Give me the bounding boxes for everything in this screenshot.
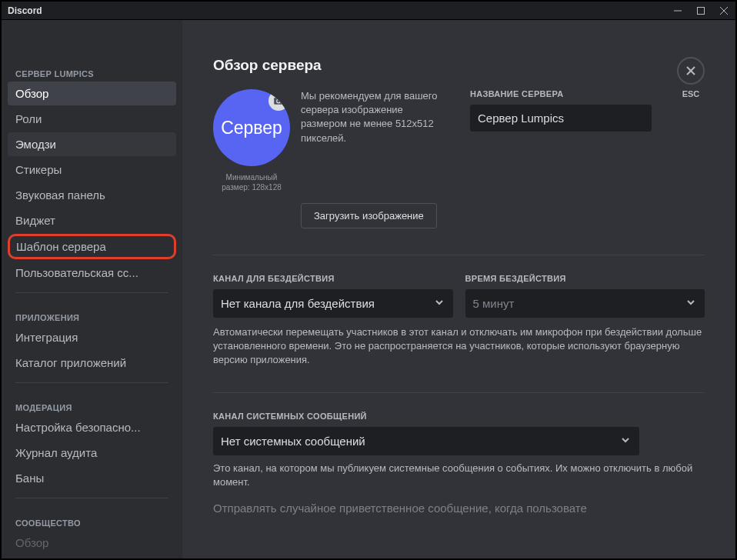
- page-title: Обзор сервера: [213, 57, 705, 74]
- afk-help-text: Автоматически перемещать участников в эт…: [213, 325, 705, 368]
- welcome-message-toggle-label: Отправлять случайное приветственное сооб…: [213, 502, 705, 515]
- server-name-input[interactable]: [470, 105, 652, 132]
- sidebar-item-soundboard[interactable]: Звуковая панель: [8, 183, 176, 207]
- chevron-down-icon: [685, 296, 697, 311]
- sidebar-item-integrations[interactable]: Интеграция: [8, 325, 176, 349]
- afk-channel-label: КАНАЛ ДЛЯ БЕЗДЕЙСТВИЯ: [213, 274, 453, 283]
- divider: [15, 498, 168, 498]
- divider: [213, 392, 705, 393]
- maximize-button[interactable]: [695, 5, 706, 16]
- sidebar-item-audit-log[interactable]: Журнал аудита: [8, 441, 176, 465]
- system-channel-help: Это канал, на котором мы публикуем систе…: [213, 462, 705, 489]
- afk-timeout-label: ВРЕМЯ БЕЗДЕЙСТВИЯ: [465, 274, 705, 283]
- divider: [15, 382, 168, 383]
- sidebar-item-community-overview[interactable]: Обзор: [8, 531, 176, 555]
- window-controls: [672, 5, 729, 16]
- sidebar-item-emoji[interactable]: Эмодзи: [8, 132, 176, 156]
- divider: [15, 292, 168, 293]
- app-title: Discord: [8, 5, 42, 16]
- afk-channel-select[interactable]: Нет канала для бездействия: [213, 289, 453, 318]
- server-avatar[interactable]: Сервер: [213, 89, 290, 166]
- avatar-description: Мы рекомендуем для вашего сервера изобра…: [301, 89, 439, 192]
- upload-image-button[interactable]: Загрузить изображение: [301, 203, 437, 228]
- svg-rect-1: [698, 7, 705, 14]
- divider: [213, 255, 705, 255]
- system-channel-label: КАНАЛ СИСТЕМНЫХ СООБЩЕНИЙ: [213, 412, 705, 421]
- settings-sidebar: СЕРВЕР LUMPICS Обзор Роли Эмодзи Стикеры…: [2, 20, 182, 558]
- sidebar-item-stickers[interactable]: Стикеры: [8, 158, 176, 182]
- svg-rect-7: [279, 97, 282, 98]
- sidebar-category: СООБЩЕСТВО: [8, 506, 176, 531]
- sidebar-item-custom-link[interactable]: Пользовательская сс...: [8, 261, 176, 285]
- svg-rect-6: [280, 96, 281, 98]
- sidebar-category: МОДЕРАЦИЯ: [8, 391, 176, 415]
- close-settings-button[interactable]: [677, 57, 705, 85]
- afk-channel-value: Нет канала для бездействия: [221, 297, 375, 310]
- sidebar-item-bans[interactable]: Баны: [8, 466, 176, 490]
- avatar-placeholder-text: Сервер: [221, 118, 282, 138]
- close-window-button[interactable]: [719, 5, 729, 16]
- sidebar-item-server-template[interactable]: Шаблон сервера: [8, 234, 176, 259]
- sidebar-item-widget[interactable]: Виджет: [8, 208, 176, 232]
- close-label: ESC: [682, 89, 700, 98]
- sidebar-category: ПРИЛОЖЕНИЯ: [8, 301, 176, 325]
- minimize-button[interactable]: [672, 5, 683, 16]
- close-icon: [685, 65, 697, 77]
- system-channel-select[interactable]: Нет системных сообщений: [213, 427, 639, 455]
- system-channel-value: Нет системных сообщений: [221, 435, 365, 448]
- avatar-size-hint: Минимальный размер: 128x128: [213, 172, 290, 192]
- afk-timeout-select[interactable]: 5 минут: [465, 289, 705, 318]
- settings-content: ESC Обзор сервера Сервер Минимальный раз…: [182, 20, 735, 558]
- server-name-label: НАЗВАНИЕ СЕРВЕРА: [470, 89, 652, 98]
- sidebar-item-app-directory[interactable]: Каталог приложений: [8, 351, 176, 375]
- sidebar-item-roles[interactable]: Роли: [8, 107, 176, 131]
- chevron-down-icon: [433, 296, 445, 311]
- afk-timeout-value: 5 минут: [473, 297, 515, 310]
- chevron-down-icon: [619, 434, 632, 448]
- sidebar-item-overview[interactable]: Обзор: [8, 82, 176, 105]
- upload-badge-icon: [268, 91, 288, 111]
- titlebar: Discord: [2, 2, 735, 20]
- sidebar-item-safety[interactable]: Настройка безопасно...: [8, 415, 176, 439]
- sidebar-category: СЕРВЕР LUMPICS: [8, 57, 176, 82]
